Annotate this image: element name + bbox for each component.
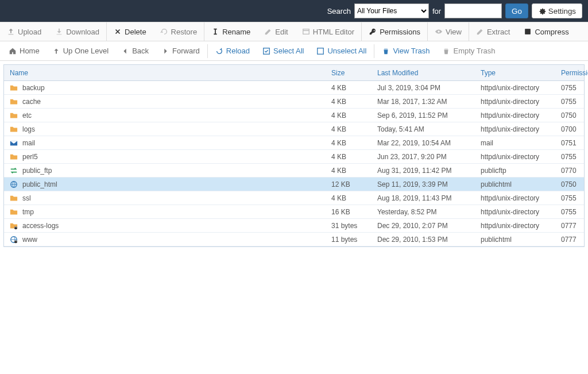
file-size: 4 KB	[326, 139, 372, 147]
extract-button[interactable]: Extract	[469, 22, 517, 41]
nav-toolbar: Home Up One Level Back Forward Reload Se…	[0, 41, 588, 61]
file-permissions: 0750	[555, 180, 584, 188]
file-row[interactable]: public_ftp4 KBAug 31, 2019, 11:42 PMpubl…	[4, 164, 584, 178]
html-editor-button[interactable]: HTML Editor	[295, 22, 362, 41]
mail-icon	[10, 139, 18, 147]
col-header-type[interactable]: Type	[475, 69, 555, 77]
check-square-icon	[262, 47, 270, 55]
col-header-name[interactable]: Name	[4, 69, 326, 77]
file-modified: Yesterday, 8:52 PM	[372, 208, 475, 216]
file-name: mail	[22, 139, 35, 147]
file-permissions: 0777	[555, 236, 584, 244]
permissions-button[interactable]: Permissions	[362, 22, 428, 41]
linkg-icon	[10, 236, 18, 244]
edit-button[interactable]: Edit	[257, 22, 295, 41]
file-type: publicftp	[475, 167, 555, 175]
eye-icon	[435, 28, 443, 36]
file-name: public_html	[22, 180, 57, 188]
folder-icon	[10, 208, 18, 216]
compress-button[interactable]: Compress	[517, 22, 575, 41]
file-row[interactable]: public_html12 KBSep 11, 2019, 3:39 PMpub…	[4, 178, 584, 191]
file-row[interactable]: www11 bytesDec 29, 2010, 1:53 PMpublicht…	[4, 233, 584, 246]
file-size: 4 KB	[326, 84, 372, 92]
file-name: cache	[22, 98, 41, 106]
file-modified: Sep 6, 2019, 11:52 PM	[372, 111, 475, 119]
back-button[interactable]: Back	[115, 43, 155, 59]
action-toolbar: Upload Download Delete Restore Rename Ed…	[0, 22, 588, 41]
file-modified: Aug 18, 2019, 11:43 PM	[372, 194, 475, 202]
upload-button[interactable]: Upload	[0, 22, 48, 41]
rename-button[interactable]: Rename	[204, 22, 257, 41]
folder-icon	[10, 84, 18, 92]
view-button[interactable]: View	[428, 22, 469, 41]
delete-icon	[114, 28, 122, 36]
file-type: httpd/unix-directory	[475, 84, 555, 92]
unselect-all-button[interactable]: Unselect All	[310, 43, 373, 59]
file-name: perl5	[22, 153, 38, 161]
file-permissions: 0777	[555, 222, 584, 230]
file-permissions: 0755	[555, 153, 584, 161]
file-type: httpd/unix-directory	[475, 153, 555, 161]
col-header-size[interactable]: Size	[326, 69, 372, 77]
for-label: for	[432, 7, 441, 16]
download-icon	[55, 28, 63, 36]
extract-icon	[476, 28, 484, 36]
key-icon	[369, 28, 377, 36]
file-permissions: 0755	[555, 194, 584, 202]
folder-icon	[10, 194, 18, 202]
download-button[interactable]: Download	[48, 22, 107, 41]
file-type: httpd/unix-directory	[475, 98, 555, 106]
edit-icon	[264, 28, 272, 36]
gear-icon	[538, 7, 546, 15]
file-type: httpd/unix-directory	[475, 194, 555, 202]
file-modified: Dec 29, 2010, 1:53 PM	[372, 236, 475, 244]
restore-button[interactable]: Restore	[153, 22, 205, 41]
upload-icon	[7, 28, 15, 36]
file-modified: Today, 5:41 AM	[372, 125, 475, 133]
file-row[interactable]: cache4 KBMar 18, 2017, 1:32 AMhttpd/unix…	[4, 95, 584, 109]
delete-button[interactable]: Delete	[107, 22, 153, 41]
file-row[interactable]: backup4 KBJul 3, 2019, 3:04 PMhttpd/unix…	[4, 81, 584, 95]
file-row[interactable]: access-logs31 bytesDec 29, 2010, 2:07 PM…	[4, 219, 584, 233]
globe-icon	[10, 180, 18, 188]
home-button[interactable]: Home	[2, 43, 46, 59]
file-row[interactable]: tmp16 KBYesterday, 8:52 PMhttpd/unix-dir…	[4, 205, 584, 219]
search-input[interactable]	[444, 3, 502, 18]
forward-icon	[161, 47, 169, 55]
settings-button[interactable]: Settings	[532, 3, 582, 18]
empty-trash-button[interactable]: Empty Trash	[436, 43, 501, 59]
go-button[interactable]: Go	[505, 3, 528, 18]
file-name: tmp	[22, 208, 34, 216]
up-icon	[52, 47, 60, 55]
forward-button[interactable]: Forward	[155, 43, 206, 59]
file-size: 4 KB	[326, 153, 372, 161]
col-header-permissions[interactable]: Permissions	[555, 69, 588, 77]
empty-trash-icon	[442, 47, 450, 55]
file-row[interactable]: etc4 KBSep 6, 2019, 11:52 PMhttpd/unix-d…	[4, 109, 584, 122]
reload-button[interactable]: Reload	[209, 43, 256, 59]
file-size: 4 KB	[326, 125, 372, 133]
folder-icon	[10, 125, 18, 133]
select-all-button[interactable]: Select All	[256, 43, 310, 59]
view-trash-button[interactable]: View Trash	[376, 43, 436, 59]
file-type: httpd/unix-directory	[475, 125, 555, 133]
file-permissions: 0770	[555, 167, 584, 175]
separator	[207, 44, 208, 58]
file-modified: Sep 11, 2019, 3:39 PM	[372, 180, 475, 188]
file-row[interactable]: logs4 KBToday, 5:41 AMhttpd/unix-directo…	[4, 122, 584, 136]
file-size: 16 KB	[326, 208, 372, 216]
up-one-level-button[interactable]: Up One Level	[46, 43, 115, 59]
file-permissions: 0750	[555, 111, 584, 119]
file-size: 11 bytes	[326, 236, 372, 244]
file-modified: Aug 31, 2019, 11:42 PM	[372, 167, 475, 175]
col-header-last-modified[interactable]: Last Modified	[372, 69, 475, 77]
separator	[374, 44, 374, 58]
file-row[interactable]: ssl4 KBAug 18, 2019, 11:43 PMhttpd/unix-…	[4, 191, 584, 205]
file-permissions: 0755	[555, 98, 584, 106]
file-row[interactable]: perl54 KBJun 23, 2017, 9:20 PMhttpd/unix…	[4, 150, 584, 164]
file-name: www	[22, 236, 37, 244]
file-row[interactable]: mail4 KBMar 22, 2019, 10:54 AMmail0751	[4, 136, 584, 150]
file-name: etc	[22, 111, 32, 119]
search-scope-select[interactable]: All Your Files	[354, 3, 429, 18]
file-name: ssl	[22, 194, 31, 202]
